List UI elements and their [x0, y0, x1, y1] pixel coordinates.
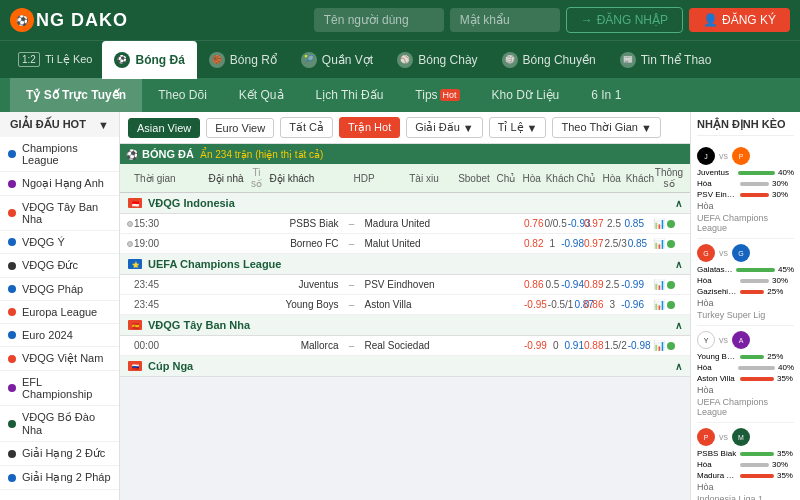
sub-nav-theo-doi[interactable]: Theo Dõi [142, 78, 223, 112]
sidebar-item-giai-hang-2-phap[interactable]: Giải Hạng 2 Pháp [0, 466, 119, 490]
sidebar-item-vdqg-viet-nam[interactable]: VĐQG Việt Nam [0, 347, 119, 371]
league-dot [8, 150, 16, 158]
nav-item-bong-ro[interactable]: 🏀 Bóng Rổ [197, 41, 289, 79]
keo-bar-hoa [738, 366, 775, 370]
league-dot [8, 209, 16, 217]
vs-separator: – [345, 279, 359, 290]
keo-bar-row-hoa: Hòa 30% [697, 276, 794, 285]
nav-item-ti-le-keo[interactable]: 1:2 Ti Lệ Keo [8, 41, 102, 79]
sub-nav-lich-thi-dau[interactable]: Lịch Thi Đấu [300, 78, 400, 112]
league-dot [8, 384, 16, 392]
keo-bar-row-hoa: Hòa 40% [697, 363, 794, 372]
collapse-icon: ∧ [675, 198, 682, 209]
keo-teams: G vs G [697, 244, 794, 262]
sub-nav-ty-so[interactable]: Tỷ Số Trực Tuyến [10, 78, 142, 112]
password-input[interactable] [450, 8, 560, 32]
asian-view-button[interactable]: Asian View [128, 118, 200, 138]
stats-icon[interactable]: 📊 [653, 218, 665, 229]
keo-item: J vs P Juventus 40% Hòa 30% PSV Eindhove… [697, 142, 794, 239]
team-badge-2: P [732, 147, 750, 165]
nav-item-bong-chay[interactable]: ⚾ Bóng Chày [385, 41, 489, 79]
logo: ⚽ NG DAKO [10, 8, 128, 32]
sidebar-item-efl[interactable]: EFL Championship [0, 371, 119, 406]
team2-label: Madura United [697, 471, 737, 480]
league-dot [8, 474, 16, 482]
euro-view-button[interactable]: Euro View [206, 118, 274, 138]
sub-nav-tips[interactable]: Tips Hot [399, 78, 475, 112]
col-header-home: Đội nhà [179, 173, 250, 184]
soccer-icon: ⚽ [114, 52, 130, 68]
sidebar-item-vdqg-duc[interactable]: VĐQG Đức [0, 254, 119, 278]
team2-label: Gazisehir Gaziantep [697, 287, 737, 296]
match-time: 23:45 [134, 299, 179, 310]
sub-nav-ket-qua[interactable]: Kết Quả [223, 78, 300, 112]
keo-result: Hòa [697, 201, 794, 211]
league-row-russia[interactable]: 🇷🇺 Cúp Nga ∧ [120, 356, 690, 377]
center-content: Asian View Euro View Tất Cả Trận Hot Giả… [120, 112, 690, 500]
tat-ca-button[interactable]: Tất Cả [280, 117, 333, 138]
ou-home: 0.97 [584, 238, 603, 249]
stats-icon[interactable]: 📊 [653, 238, 665, 249]
keo-vs: vs [719, 432, 728, 442]
nav-item-tin-the-thao[interactable]: 📰 Tin Thể Thao [608, 41, 724, 79]
sidebar-item-giai-hang-2-duc[interactable]: Giải Hạng 2 Đức [0, 442, 119, 466]
sidebar-title: GIẢI ĐẤU HOT ▼ [0, 112, 119, 137]
username-input[interactable] [314, 8, 444, 32]
sidebar-item-vdqg-tay-ban-nha[interactable]: VĐQG Tây Ban Nha [0, 196, 119, 231]
sidebar-item-euro-2024[interactable]: Euro 2024 [0, 324, 119, 347]
table-sport-header: ⚽ BÓNG ĐÁ Ẩn 234 trận (hiện thị tất cả) [120, 144, 690, 164]
sidebar-item-vdqg-bo-dao-nha[interactable]: VĐQG Bồ Đào Nha [0, 406, 119, 442]
login-button[interactable]: → ĐĂNG NHẬP [566, 7, 683, 33]
away-team: Aston Villa [359, 299, 525, 310]
hdp-home: 0.82 [524, 238, 543, 249]
keo-result: Hòa [697, 298, 794, 308]
team-badge-2: M [732, 428, 750, 446]
col-header-thong-so: Thông số [654, 167, 684, 189]
keo-bar-hoa [740, 463, 769, 467]
sub-nav-kho-du-lieu[interactable]: Kho Dữ Liệu [476, 78, 576, 112]
home-team: PSBS Biak [179, 218, 345, 229]
league-row-ucl[interactable]: ⭐ UEFA Champions League ∧ [120, 254, 690, 275]
stats-icon[interactable]: 📊 [653, 299, 665, 310]
live-dot [127, 221, 133, 227]
away-team: PSV Eindhoven [359, 279, 525, 290]
nav-item-bong-da[interactable]: ⚽ Bóng Đá [102, 41, 196, 79]
sidebar-item-ngoai-hang-anh[interactable]: Ngoại Hạng Anh [0, 172, 119, 196]
col-header-ou-hoa: Hòa [600, 173, 624, 184]
ou-mid: 3 [604, 299, 620, 310]
sidebar-item-champions-league[interactable]: Champions League [0, 137, 119, 172]
col-header-time: Thời gian [134, 173, 179, 184]
league-row-indonesia[interactable]: 🇮🇩 VĐQG Indonesia ∧ [120, 193, 690, 214]
register-button[interactable]: 👤 ĐĂNG KÝ [689, 8, 790, 32]
nav-item-quan-vot[interactable]: 🎾 Quần Vợt [289, 41, 385, 79]
team-badge-1: P [697, 428, 715, 446]
sidebar-item-europa-league[interactable]: Europa League [0, 301, 119, 324]
news-icon: 📰 [620, 52, 636, 68]
pct-hoa: 30% [772, 460, 788, 469]
table-row: 15:30 PSBS Biak – Madura United 0.76 0/0… [120, 214, 690, 234]
hdp-mid: 0 [548, 340, 564, 351]
stats-icon[interactable]: 📊 [653, 340, 665, 351]
ti-le-dropdown[interactable]: Tỉ Lệ ▼ [489, 117, 547, 138]
main-nav: 1:2 Ti Lệ Keo ⚽ Bóng Đá 🏀 Bóng Rổ 🎾 Quần… [0, 40, 800, 78]
match-time: 19:00 [134, 238, 179, 249]
vs-separator: – [345, 238, 359, 249]
league-row-spain[interactable]: 🇪🇸 VĐQG Tây Ban Nha ∧ [120, 315, 690, 336]
keo-league: UEFA Champions League [697, 397, 794, 417]
chevron-down-icon: ▼ [527, 122, 538, 134]
nav-item-bong-chuyen[interactable]: 🏐 Bóng Chuyền [490, 41, 608, 79]
sidebar-item-vdqg-y[interactable]: VĐQG Ý [0, 231, 119, 254]
russia-flag: 🇷🇺 [128, 361, 142, 371]
volleyball-icon: 🏐 [502, 52, 518, 68]
keo-teams: Y vs A [697, 331, 794, 349]
sidebar-item-vdqg-phap[interactable]: VĐQG Pháp [0, 278, 119, 301]
stats-icon[interactable]: 📊 [653, 279, 665, 290]
giai-dau-dropdown[interactable]: Giải Đấu ▼ [406, 117, 482, 138]
tran-hot-button[interactable]: Trận Hot [339, 117, 400, 138]
theo-thoi-gian-dropdown[interactable]: Theo Thời Gian ▼ [552, 117, 660, 138]
keo-bar-hoa [740, 279, 769, 283]
collapse-icon: ∧ [675, 361, 682, 372]
keo-item: G vs G Galatasaray 45% Hòa 30% Gazisehir… [697, 239, 794, 326]
keo-bar-team2 [740, 193, 769, 197]
sub-nav-6in1[interactable]: 6 In 1 [575, 78, 637, 112]
